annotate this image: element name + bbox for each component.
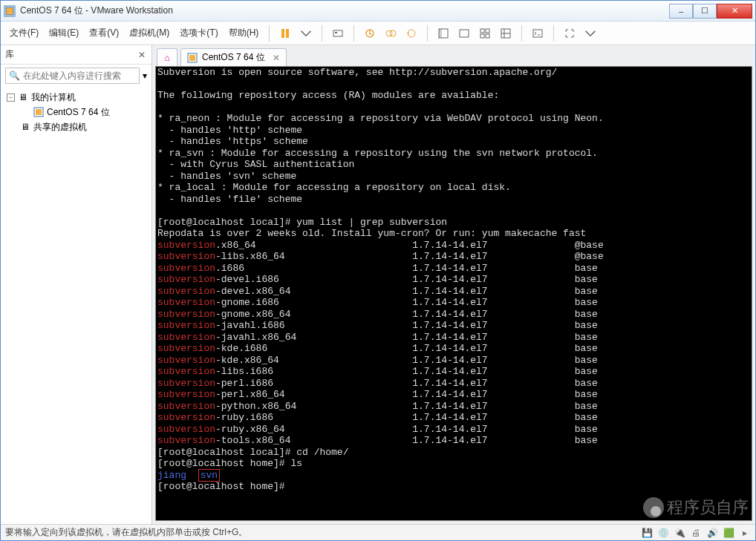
svg-point-9 bbox=[408, 30, 415, 37]
revert-icon[interactable] bbox=[402, 24, 421, 43]
svg-rect-2 bbox=[281, 29, 284, 38]
svg-rect-14 bbox=[486, 29, 489, 33]
svg-rect-3 bbox=[286, 29, 289, 38]
tree-vm-centos[interactable]: CentOS 7 64 位 bbox=[2, 105, 150, 119]
sidebar-header: 库 ✕ bbox=[1, 45, 151, 65]
snapshot-manager-icon[interactable] bbox=[381, 24, 400, 43]
menu-edit[interactable]: 编辑(E) bbox=[45, 24, 83, 42]
svg-rect-13 bbox=[480, 29, 484, 33]
svg-rect-22 bbox=[189, 55, 195, 61]
display-icon[interactable]: 🟩 bbox=[723, 528, 734, 538]
disk-icon[interactable]: 💾 bbox=[641, 528, 653, 538]
separator bbox=[521, 25, 522, 42]
content-area: ⌂ CentOS 7 64 位 ✕ Subversion is open sou… bbox=[152, 45, 755, 524]
dropdown-icon[interactable] bbox=[581, 24, 600, 43]
computer-icon: 🖥 bbox=[18, 92, 28, 102]
svg-rect-4 bbox=[333, 30, 342, 36]
tree-root-mycomputer[interactable]: − 🖥 我的计算机 bbox=[2, 90, 150, 105]
console-icon[interactable] bbox=[528, 24, 547, 43]
tree-label: 我的计算机 bbox=[31, 91, 76, 104]
vm-icon bbox=[33, 107, 44, 117]
svg-rect-11 bbox=[439, 29, 442, 38]
window-controls: – ☐ ✕ bbox=[669, 4, 752, 19]
tree-label: CentOS 7 64 位 bbox=[47, 106, 110, 119]
network-icon[interactable]: 🔌 bbox=[674, 528, 685, 538]
search-icon: 🔍 bbox=[9, 71, 20, 81]
shared-icon: 🖥 bbox=[20, 122, 30, 132]
tree-label: 共享的虚拟机 bbox=[33, 121, 87, 134]
collapse-icon[interactable]: − bbox=[7, 94, 15, 102]
separator bbox=[322, 25, 322, 42]
titlebar: CentOS 7 64 位 - VMware Workstation – ☐ ✕ bbox=[1, 1, 755, 22]
svg-rect-12 bbox=[460, 30, 469, 37]
sidebar-title: 库 bbox=[5, 48, 137, 61]
svg-point-8 bbox=[390, 30, 396, 36]
minimize-button[interactable]: – bbox=[669, 4, 693, 19]
search-input[interactable] bbox=[23, 71, 136, 81]
pause-icon[interactable] bbox=[276, 24, 295, 43]
statusbar: 要将输入定向到该虚拟机，请在虚拟机内部单击或按 Ctrl+G。 💾 💿 🔌 🖨 … bbox=[1, 524, 755, 540]
svg-rect-16 bbox=[486, 34, 489, 38]
maximize-button[interactable]: ☐ bbox=[693, 4, 717, 19]
fullscreen-icon[interactable] bbox=[560, 24, 579, 43]
view-console-icon[interactable] bbox=[454, 24, 474, 43]
tree-shared-vms[interactable]: 🖥 共享的虚拟机 bbox=[2, 119, 150, 134]
more-icon[interactable]: ▸ bbox=[739, 528, 751, 538]
tabbar: ⌂ CentOS 7 64 位 ✕ bbox=[152, 45, 755, 66]
svg-rect-1 bbox=[6, 7, 13, 15]
terminal[interactable]: Subversion is open source software, see … bbox=[155, 66, 752, 521]
tab-vm[interactable]: CentOS 7 64 位 ✕ bbox=[180, 48, 287, 66]
status-icons: 💾 💿 🔌 🖨 🔊 🟩 ▸ bbox=[641, 528, 751, 538]
separator bbox=[427, 25, 428, 42]
separator bbox=[269, 25, 270, 42]
snapshot-icon[interactable] bbox=[360, 24, 379, 43]
sidebar-close-icon[interactable]: ✕ bbox=[137, 50, 147, 60]
menu-view[interactable]: 查看(V) bbox=[85, 24, 123, 42]
menu-vm[interactable]: 虚拟机(M) bbox=[125, 24, 174, 42]
send-ctrl-alt-del-icon[interactable] bbox=[328, 24, 348, 43]
search-dropdown-icon[interactable]: ▾ bbox=[143, 71, 147, 81]
tab-label: CentOS 7 64 位 bbox=[202, 51, 265, 64]
search-row: 🔍 ▾ bbox=[1, 65, 151, 87]
vm-icon bbox=[187, 53, 198, 63]
view-single-icon[interactable] bbox=[434, 24, 453, 43]
view-tile-icon[interactable] bbox=[475, 24, 495, 43]
dropdown-icon[interactable] bbox=[296, 24, 316, 43]
app-window: CentOS 7 64 位 - VMware Workstation – ☐ ✕… bbox=[0, 0, 756, 541]
menu-file[interactable]: 文件(F) bbox=[5, 24, 43, 42]
svg-rect-15 bbox=[480, 34, 484, 38]
svg-rect-5 bbox=[335, 32, 337, 33]
app-icon bbox=[4, 5, 16, 17]
body: 库 ✕ 🔍 ▾ − 🖥 我的计算机 CentOS 7 64 位 bbox=[1, 45, 755, 524]
search-box[interactable]: 🔍 bbox=[5, 68, 140, 84]
sound-icon[interactable]: 🔊 bbox=[706, 528, 718, 538]
menu-tabs[interactable]: 选项卡(T) bbox=[175, 24, 222, 42]
menubar: 文件(F) 编辑(E) 查看(V) 虚拟机(M) 选项卡(T) 帮助(H) bbox=[1, 22, 755, 45]
library-tree: − 🖥 我的计算机 CentOS 7 64 位 🖥 共享的虚拟机 bbox=[1, 87, 151, 137]
separator bbox=[353, 25, 354, 42]
menu-help[interactable]: 帮助(H) bbox=[224, 24, 264, 42]
svg-rect-18 bbox=[533, 30, 542, 37]
status-message: 要将输入定向到该虚拟机，请在虚拟机内部单击或按 Ctrl+G。 bbox=[5, 526, 636, 539]
sidebar: 库 ✕ 🔍 ▾ − 🖥 我的计算机 CentOS 7 64 位 bbox=[1, 45, 152, 524]
cd-icon[interactable]: 💿 bbox=[657, 528, 669, 538]
separator bbox=[553, 25, 554, 42]
tab-home[interactable]: ⌂ bbox=[157, 48, 177, 66]
printer-icon[interactable]: 🖨 bbox=[690, 528, 702, 538]
home-icon: ⌂ bbox=[164, 53, 169, 63]
window-title: CentOS 7 64 位 - VMware Workstation bbox=[20, 4, 669, 17]
unity-icon[interactable] bbox=[496, 24, 515, 43]
close-button[interactable]: ✕ bbox=[717, 4, 752, 19]
svg-rect-20 bbox=[36, 109, 42, 115]
tab-close-icon[interactable]: ✕ bbox=[273, 53, 280, 63]
